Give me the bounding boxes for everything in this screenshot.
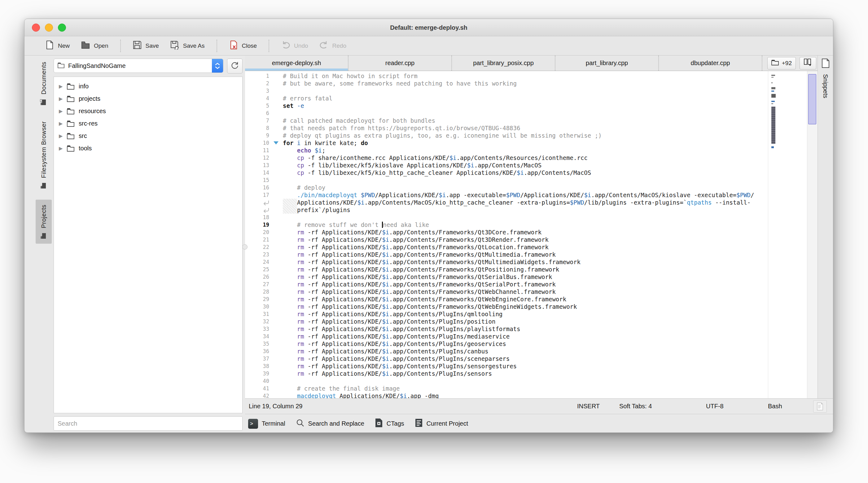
code-line[interactable]: 9# deploy qt plugins as extra plugins, t… [245, 132, 768, 139]
code-text[interactable]: set -e [282, 102, 768, 109]
code-line[interactable]: 20 rm -rf Applications/KDE/$i.app/Conten… [245, 228, 768, 236]
code-line[interactable]: 12 cp -f share/icontheme.rcc Application… [245, 154, 768, 162]
code-line[interactable]: 16 # deploy [245, 184, 768, 191]
code-line[interactable]: 26 rm -rf Applications/KDE/$i.app/Conten… [245, 273, 768, 281]
code-text[interactable]: # create the final disk image [282, 385, 768, 392]
redo-button[interactable]: Redo [314, 38, 352, 54]
code-line[interactable]: 32 rm -rf Applications/KDE/$i.app/Conten… [245, 318, 768, 325]
code-line[interactable]: 5set -e [245, 102, 768, 109]
code-line[interactable]: 38 rm -rf Applications/KDE/$i.app/Conten… [245, 362, 768, 370]
snippets-tab[interactable]: Snippets [822, 74, 829, 98]
tab-part-library-posix-cpp[interactable]: part_library_posix.cpp [452, 56, 555, 71]
minimap[interactable] [768, 71, 807, 398]
code-line[interactable]: 15 [245, 176, 768, 184]
code-lines[interactable]: 1# Build it on Mac howto in script form2… [245, 71, 768, 398]
code-line[interactable]: 41 # create the final disk image [245, 385, 768, 392]
code-text[interactable] [282, 214, 768, 221]
code-text[interactable]: for i in kwrite kate; do [282, 139, 768, 147]
fold-marker-icon[interactable] [274, 141, 278, 147]
code-line[interactable]: 29 rm -rf Applications/KDE/$i.app/Conten… [245, 295, 768, 303]
code-text[interactable]: rm -rf Applications/KDE/$i.app/Contents/… [282, 340, 768, 347]
code-line[interactable]: 11 echo $i; [245, 147, 768, 154]
code-text[interactable]: # deploy [282, 184, 768, 191]
code-text[interactable]: rm -rf Applications/KDE/$i.app/Contents/… [282, 370, 768, 377]
code-text[interactable]: rm -rf Applications/KDE/$i.app/Contents/… [282, 251, 768, 258]
code-text[interactable]: rm -rf Applications/KDE/$i.app/Contents/… [282, 310, 768, 318]
code-text[interactable] [282, 176, 768, 184]
code-text[interactable]: # but be aware, some frameworks need pat… [282, 80, 768, 87]
expander-icon[interactable]: ▶ [59, 145, 67, 151]
code-text[interactable]: rm -rf Applications/KDE/$i.app/Contents/… [282, 288, 768, 295]
code-line[interactable]: 18 [245, 214, 768, 221]
code-text[interactable] [282, 377, 768, 385]
tab-mode[interactable]: Soft Tabs: 4 [619, 399, 652, 414]
code-line[interactable]: 21 rm -rf Applications/KDE/$i.app/Conten… [245, 236, 768, 244]
code-text[interactable]: cp -f lib/libexec/kf5/kioslave Applicati… [282, 162, 768, 169]
tab-dbupdater-cpp[interactable]: dbupdater.cpp [659, 56, 763, 71]
code-text[interactable]: rm -rf Applications/KDE/$i.app/Contents/… [282, 236, 768, 244]
code-line[interactable]: 28 rm -rf Applications/KDE/$i.app/Conten… [245, 288, 768, 295]
code-text[interactable]: rm -rf Applications/KDE/$i.app/Contents/… [282, 333, 768, 340]
sidebar-tab-filesystem-browser[interactable]: Filesystem Browser [36, 116, 52, 194]
code-text[interactable]: rm -rf Applications/KDE/$i.app/Contents/… [282, 355, 768, 362]
expander-icon[interactable]: ▶ [59, 108, 67, 114]
code-text[interactable] [282, 109, 768, 117]
search-replace-toolview-button[interactable]: Search and Replace [296, 419, 364, 429]
code-text[interactable]: macdeployqt Applications/KDE/$i.app -dmg [282, 392, 768, 398]
input-mode[interactable]: INSERT [577, 399, 600, 414]
code-text[interactable]: Applications/KDE/$i.app/Contents/MacOS/k… [282, 199, 768, 206]
code-line[interactable]: 39 rm -rf Applications/KDE/$i.app/Conten… [245, 370, 768, 377]
code-line[interactable]: 40 [245, 377, 768, 385]
reload-project-button[interactable] [227, 59, 243, 74]
close-button[interactable]: Close [223, 38, 263, 54]
tree-item-tools[interactable]: ▶ tools [54, 142, 242, 154]
code-line[interactable]: 27 rm -rf Applications/KDE/$i.app/Conten… [245, 281, 768, 288]
expander-icon[interactable]: ▶ [59, 96, 67, 102]
code-text[interactable]: rm -rf Applications/KDE/$i.app/Contents/… [282, 266, 768, 273]
save-button[interactable]: Save [127, 38, 164, 54]
selector-spinner-icon[interactable] [212, 59, 223, 73]
code-text[interactable]: # that needs patch from https://bugrepor… [282, 124, 768, 132]
code-line[interactable]: 3 [245, 87, 768, 94]
tab-reader-cpp[interactable]: reader.cpp [348, 56, 452, 71]
hidden-documents-button[interactable]: +92 [767, 57, 796, 69]
ctags-toolview-button[interactable]: CTags [375, 418, 404, 429]
code-text[interactable]: rm -rf Applications/KDE/$i.app/Contents/… [282, 258, 768, 266]
code-line[interactable]: prefix`/plugins [245, 206, 768, 214]
code-line[interactable]: 13 cp -f lib/libexec/kf5/kioslave Applic… [245, 162, 768, 169]
code-line[interactable]: 37 rm -rf Applications/KDE/$i.app/Conten… [245, 355, 768, 362]
tree-item-src-res[interactable]: ▶ src-res [54, 117, 242, 130]
code-line[interactable]: 42 macdeployqt Applications/KDE/$i.app -… [245, 392, 768, 398]
code-text[interactable]: rm -rf Applications/KDE/$i.app/Contents/… [282, 273, 768, 281]
code-line[interactable]: 14 cp -f lib/libexec/kf5/kio_http_cache_… [245, 169, 768, 176]
code-text[interactable]: cp -f share/icontheme.rcc Applications/K… [282, 154, 768, 162]
code-line[interactable]: 30 rm -rf Applications/KDE/$i.app/Conten… [245, 303, 768, 310]
expander-icon[interactable]: ▶ [59, 133, 67, 139]
code-text[interactable]: rm -rf Applications/KDE/$i.app/Contents/… [282, 325, 768, 333]
code-text[interactable]: cp -f lib/libexec/kf5/kio_http_cache_cle… [282, 169, 768, 176]
code-text[interactable]: # errors fatal [282, 94, 768, 102]
code-line[interactable]: 6 [245, 109, 768, 117]
code-text[interactable]: rm -rf Applications/KDE/$i.app/Contents/… [282, 347, 768, 355]
tree-item-projects[interactable]: ▶ projects [54, 92, 242, 105]
project-search-input[interactable] [54, 416, 243, 431]
sidebar-tab-documents[interactable]: Documents [36, 57, 52, 110]
save-as-button[interactable]: Save As [164, 38, 210, 54]
code-line[interactable]: 4# errors fatal [245, 94, 768, 102]
code-line[interactable]: 19 # remove stuff we don't need aka like [245, 221, 768, 228]
sidebar-tab-projects[interactable]: Projects [36, 200, 52, 244]
code-text[interactable]: ./bin/macdeployqt $PWD/Applications/KDE/… [282, 191, 768, 199]
tree-item-src[interactable]: ▶ src [54, 130, 242, 142]
code-text[interactable]: rm -rf Applications/KDE/$i.app/Contents/… [282, 303, 768, 310]
expander-icon[interactable]: ▶ [59, 121, 67, 126]
code-text[interactable]: echo $i; [282, 147, 768, 154]
code-line[interactable]: 10for i in kwrite kate; do [245, 139, 768, 147]
code-text[interactable]: # remove stuff we don't need aka like [282, 221, 768, 228]
code-line[interactable]: 1# Build it on Mac howto in script form [245, 72, 768, 80]
code-line[interactable]: 2# but be aware, some frameworks need pa… [245, 80, 768, 87]
code-line[interactable]: 23 rm -rf Applications/KDE/$i.app/Conten… [245, 251, 768, 258]
undo-button[interactable]: Undo [275, 38, 313, 54]
code-line[interactable]: 8# that needs patch from https://bugrepo… [245, 124, 768, 132]
current-project-toolview-button[interactable]: Current Project [415, 418, 468, 429]
terminal-toolview-button[interactable]: > Terminal [248, 419, 285, 429]
